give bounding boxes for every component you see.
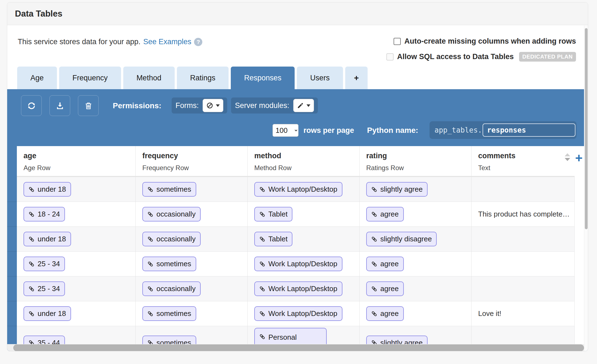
linked-row-pill[interactable]: 35 - 44 — [23, 336, 65, 344]
add-table-tab[interactable]: + — [345, 67, 368, 89]
tab-ratings[interactable]: Ratings — [177, 67, 229, 89]
cell-rating[interactable]: agree — [360, 301, 472, 326]
row-handle[interactable] — [7, 227, 17, 252]
server-modules-permission-dropdown[interactable] — [293, 99, 314, 112]
cell-rating[interactable]: agree — [360, 276, 472, 301]
table-row: 35 - 44 sometimes Personal Laptop/Deskto… — [17, 326, 575, 344]
see-examples-link[interactable]: See Examples — [143, 38, 191, 46]
delete-table-button[interactable] — [78, 95, 99, 116]
row-handle[interactable] — [7, 202, 17, 227]
linked-row-pill[interactable]: Tablet — [254, 232, 292, 246]
linked-row-pill[interactable]: agree — [366, 306, 404, 321]
tab-method[interactable]: Method — [123, 67, 175, 89]
cell-frequency[interactable]: occasionally — [136, 202, 248, 226]
cell-age[interactable]: 35 - 44 — [17, 326, 136, 344]
linked-row-pill[interactable]: agree — [366, 257, 404, 271]
vertical-scrollbar[interactable] — [584, 25, 588, 351]
linked-row-pill[interactable]: sometimes — [142, 182, 196, 197]
linked-row-pill[interactable]: under 18 — [23, 182, 71, 197]
cell-rating[interactable]: agree — [360, 252, 472, 276]
linked-row-pill[interactable]: under 18 — [23, 232, 71, 246]
cell-comments[interactable] — [472, 252, 575, 276]
linked-row-pill[interactable]: Work Laptop/Desktop — [254, 257, 342, 271]
cell-age[interactable]: under 18 — [17, 177, 136, 202]
cell-frequency[interactable]: sometimes — [136, 326, 248, 344]
cell-comments[interactable] — [472, 326, 575, 344]
vertical-scrollbar-thumb[interactable] — [585, 28, 588, 229]
cell-method[interactable]: Personal Laptop/Desktop — [248, 326, 360, 344]
linked-row-pill[interactable]: Work Laptop/Desktop — [254, 182, 342, 197]
cell-age[interactable]: under 18 — [17, 301, 136, 326]
cell-frequency[interactable]: sometimes — [136, 177, 248, 202]
cell-frequency[interactable]: sometimes — [136, 252, 248, 276]
cell-method[interactable]: Tablet — [248, 227, 360, 251]
linked-row-pill[interactable]: Tablet — [254, 207, 292, 221]
tab-responses[interactable]: Responses — [231, 67, 295, 89]
cell-age[interactable]: 18 - 24 — [17, 202, 136, 226]
cell-comments[interactable]: This product has complete… — [472, 202, 575, 226]
linked-row-pill[interactable]: 25 - 34 — [23, 281, 65, 296]
cell-method[interactable]: Work Laptop/Desktop — [248, 177, 360, 202]
tab-age[interactable]: Age — [17, 67, 57, 89]
row-handle[interactable] — [7, 301, 17, 326]
linked-row-pill[interactable]: sometimes — [142, 306, 196, 321]
cell-rating[interactable]: agree — [360, 202, 472, 226]
cell-frequency[interactable]: occasionally — [136, 276, 248, 301]
column-header-comments[interactable]: comments Text — [472, 146, 575, 176]
cell-rating[interactable]: slightly disagree — [360, 227, 472, 251]
refresh-button[interactable] — [21, 95, 42, 116]
linked-row-pill[interactable]: occasionally — [142, 281, 201, 296]
cell-method[interactable]: Work Laptop/Desktop — [248, 301, 360, 326]
cell-comments[interactable] — [472, 276, 575, 301]
column-header-age[interactable]: age Age Row — [17, 146, 136, 176]
sort-control[interactable] — [565, 153, 570, 161]
horizontal-scrollbar[interactable] — [7, 344, 588, 351]
linked-row-pill[interactable]: under 18 — [23, 306, 71, 321]
linked-row-pill[interactable]: occasionally — [142, 207, 201, 221]
cell-method[interactable]: Tablet — [248, 202, 360, 226]
cell-rating[interactable]: slightly agree — [360, 177, 472, 202]
linked-row-pill[interactable]: sometimes — [142, 336, 196, 344]
python-name-input[interactable] — [483, 123, 575, 137]
cell-method[interactable]: Work Laptop/Desktop — [248, 252, 360, 276]
linked-row-pill[interactable]: 18 - 24 — [23, 207, 65, 221]
row-handle[interactable] — [7, 177, 17, 202]
cell-method[interactable]: Work Laptop/Desktop — [248, 276, 360, 301]
cell-age[interactable]: 25 - 34 — [17, 276, 136, 301]
linked-row-pill[interactable]: Work Laptop/Desktop — [254, 306, 342, 321]
row-handle[interactable] — [7, 252, 17, 276]
linked-row-pill[interactable]: slightly agree — [366, 182, 428, 197]
linked-row-pill[interactable]: slightly agree — [366, 336, 428, 344]
row-handle[interactable] — [7, 276, 17, 301]
cell-age[interactable]: under 18 — [17, 227, 136, 251]
tab-users[interactable]: Users — [297, 67, 343, 89]
add-column-button[interactable]: + — [575, 152, 583, 164]
cell-comments[interactable]: Love it! — [472, 301, 575, 326]
cell-age[interactable]: 25 - 34 — [17, 252, 136, 276]
column-header-frequency[interactable]: frequency Frequency Row — [136, 146, 248, 176]
linked-row-pill[interactable]: agree — [366, 281, 404, 296]
column-header-rating[interactable]: rating Ratings Row — [360, 146, 472, 176]
column-header-method[interactable]: method Method Row — [248, 146, 360, 176]
cell-frequency[interactable]: sometimes — [136, 301, 248, 326]
cell-comments[interactable] — [472, 177, 575, 202]
linked-row-pill[interactable]: 25 - 34 — [23, 257, 65, 271]
rows-per-page-select[interactable]: 100 — [273, 124, 298, 137]
cell-frequency[interactable]: occasionally — [136, 227, 248, 251]
python-name-group: app_tables. — [430, 121, 577, 139]
horizontal-scrollbar-thumb[interactable] — [13, 344, 584, 351]
tab-frequency[interactable]: Frequency — [59, 67, 121, 89]
linked-row-pill[interactable]: slightly disagree — [366, 232, 437, 246]
auto-create-checkbox[interactable] — [394, 38, 401, 45]
download-button[interactable] — [49, 95, 70, 116]
allow-sql-checkbox[interactable] — [386, 53, 394, 60]
linked-row-pill[interactable]: occasionally — [142, 232, 201, 246]
linked-row-pill[interactable]: agree — [366, 207, 404, 221]
linked-row-pill[interactable]: sometimes — [142, 257, 196, 271]
cell-rating[interactable]: slightly agree — [360, 326, 472, 344]
linked-row-pill[interactable]: Work Laptop/Desktop — [254, 281, 342, 296]
linked-row-pill[interactable]: Personal Laptop/Desktop — [254, 328, 327, 344]
help-icon[interactable]: ? — [194, 38, 202, 46]
forms-permission-dropdown[interactable] — [203, 99, 223, 112]
cell-comments[interactable] — [472, 227, 575, 251]
